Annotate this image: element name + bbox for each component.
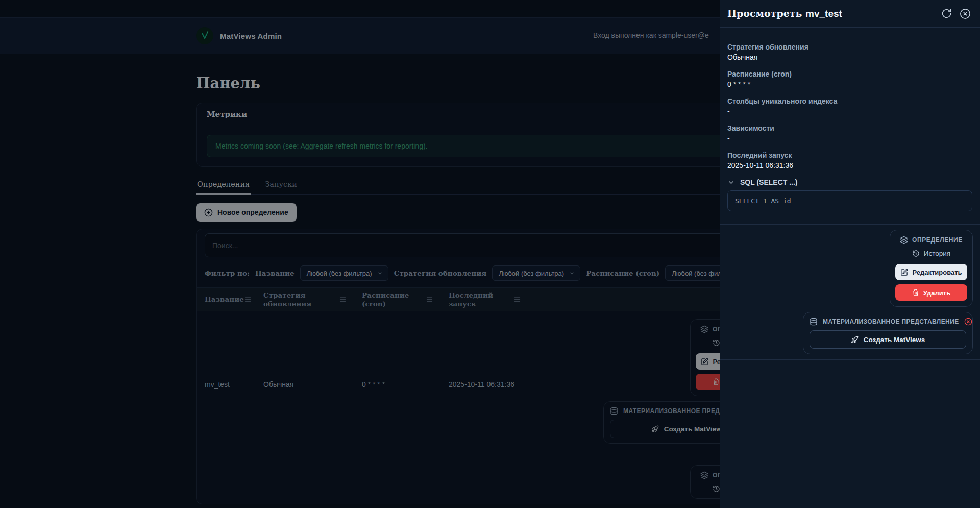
field-unique-index-columns: Столбцы уникального индекса -: [727, 97, 972, 115]
sql-code-block: SELECT 1 AS id: [727, 190, 972, 211]
trash-icon: [912, 289, 919, 296]
field-last-run: Последний запуск 2025-10-11 06:31:36: [727, 151, 972, 170]
chevron-down-icon: [727, 179, 735, 186]
drawer-title-object-name: mv_test: [805, 8, 842, 19]
circle-x-status-icon: [964, 318, 972, 326]
create-matviews-button[interactable]: Создать MatViews: [810, 330, 966, 349]
view-matview-drawer: Просмотреть mv_test Стратегия обновления…: [720, 0, 980, 508]
field-strategy: Стратегия обновления Обычная: [727, 43, 972, 61]
drawer-title: Просмотреть mv_test: [727, 8, 934, 19]
matview-card-title: МАТЕРИАЛИЗОВАННОЕ ПРЕДСТАВЛЕНИЕ: [823, 318, 959, 325]
definition-card-title: ОПРЕДЕЛЕНИЕ: [912, 236, 963, 244]
layers-icon: [900, 236, 908, 244]
database-icon: [810, 318, 818, 326]
history-icon: [912, 250, 920, 257]
field-cron: Расписание (cron) 0 * * * *: [727, 70, 972, 88]
definition-actions-card: ОПРЕДЕЛЕНИЕ История Редактировать: [890, 230, 973, 307]
edit-icon: [900, 269, 908, 276]
drawer-body: Стратегия обновления Обычная Расписание …: [720, 28, 980, 211]
delete-button[interactable]: Удалить: [895, 284, 967, 301]
field-dependencies: Зависимости -: [727, 124, 972, 142]
rocket-icon: [851, 336, 859, 344]
drawer-header: Просмотреть mv_test: [720, 0, 980, 28]
drawer-footer-actions: ОПРЕДЕЛЕНИЕ История Редактировать: [720, 225, 980, 359]
matview-actions-card: МАТЕРИАЛИЗОВАННОЕ ПРЕДСТАВЛЕНИЕ Создать …: [803, 312, 973, 354]
divider: [720, 359, 980, 360]
history-button[interactable]: История: [895, 250, 967, 257]
sql-section-toggle[interactable]: SQL (SELECT ...): [727, 178, 972, 186]
refresh-button[interactable]: [941, 8, 952, 19]
close-drawer-button[interactable]: [960, 8, 971, 19]
edit-button[interactable]: Редактировать: [895, 264, 967, 280]
